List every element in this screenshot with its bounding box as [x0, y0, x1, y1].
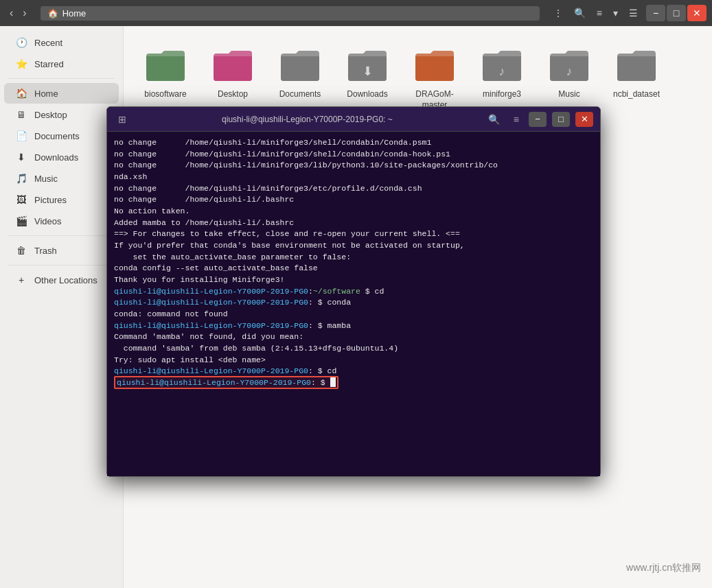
terminal-title: qiushi-li@qiushili-Legion-Y7000P-2019-PG…: [136, 115, 479, 124]
terminal-line: ==> For changes to take effect, close an…: [114, 228, 593, 240]
terminal-line: If you'd prefer that conda's base enviro…: [114, 240, 593, 252]
folder-icon: [413, 43, 457, 86]
sidebar-label-videos: Videos: [34, 216, 62, 226]
file-item[interactable]: ncbi_dataset: [606, 37, 667, 116]
terminal-line: nda.xsh: [114, 172, 593, 183]
file-item[interactable]: ⬇ Downloads: [336, 37, 398, 116]
file-item[interactable]: Desktop: [202, 37, 264, 116]
terminal-line: command 'samba' from deb samba (2:4.15.1…: [114, 343, 593, 355]
sidebar-label-recent: Recent: [34, 38, 62, 48]
terminal-line: no change /home/qiushi-li/miniforge3/lib…: [114, 160, 593, 172]
sidebar-item-pictures[interactable]: 🖼 Pictures: [4, 189, 119, 210]
terminal-maximize-button[interactable]: □: [552, 112, 570, 127]
terminal-new-tab-button[interactable]: ⊞: [114, 113, 130, 126]
file-name: miniforge3: [483, 89, 521, 100]
folder-icon: ♪: [480, 43, 524, 86]
sort-button[interactable]: ▾: [609, 6, 622, 20]
terminal-line: qiushi-li@qiushili-Legion-Y7000P-2019-PG…: [114, 286, 593, 298]
terminal-line: Thank you for installing Miniforge3!: [114, 274, 593, 286]
terminal-minimize-button[interactable]: −: [529, 112, 547, 127]
sidebar-label-pictures: Pictures: [34, 195, 67, 205]
folder-icon: [211, 43, 255, 86]
file-item[interactable]: biosoftware: [135, 37, 196, 116]
terminal-line: conda: command not found: [114, 309, 593, 320]
watermark: www.rjtj.cn软推网: [626, 562, 701, 574]
other-icon: +: [15, 274, 27, 285]
sidebar-item-desktop[interactable]: 🖥 Desktop: [4, 104, 119, 125]
sidebar-item-home[interactable]: 🏠 Home: [4, 83, 119, 104]
file-name: biosoftware: [144, 89, 186, 100]
terminal-line: Try: sudo apt install <deb name>: [114, 355, 593, 366]
file-name: ncbi_dataset: [613, 89, 660, 100]
minimize-button[interactable]: −: [646, 5, 665, 21]
back-button[interactable]: ‹: [5, 5, 17, 21]
sidebar-item-music[interactable]: 🎵 Music: [4, 168, 119, 189]
folder-icon: ♪: [547, 43, 591, 86]
sidebar-item-videos[interactable]: 🎬 Videos: [4, 211, 119, 231]
search-button[interactable]: 🔍: [570, 6, 590, 20]
sidebar-item-other[interactable]: + Other Locations: [4, 270, 119, 290]
file-item[interactable]: ♪ Music: [538, 37, 600, 116]
terminal-line: no change /home/qiushi-li/miniforge3/etc…: [114, 183, 593, 195]
svg-text:♪: ♪: [499, 64, 505, 78]
forward-button[interactable]: ›: [19, 5, 30, 21]
recent-icon: 🕐: [15, 37, 27, 48]
trash-icon: 🗑: [15, 245, 27, 256]
terminal-line: Added mamba to /home/qiushi-li/.bashrc: [114, 217, 593, 229]
sidebar-separator-3: [8, 265, 115, 266]
sidebar-label-music: Music: [34, 174, 58, 184]
sidebar-label-other: Other Locations: [34, 275, 97, 285]
terminal-line: qiushi-li@qiushili-Legion-Y7000P-2019-PG…: [114, 377, 593, 389]
documents-icon: 📄: [15, 130, 27, 141]
terminal-titlebar: ⊞ qiushi-li@qiushili-Legion-Y7000P-2019-…: [107, 107, 600, 132]
menu-button[interactable]: ☰: [625, 6, 642, 20]
terminal-search-button[interactable]: 🔍: [484, 113, 504, 126]
location-label: Home: [62, 8, 87, 19]
terminal-content[interactable]: no change /home/qiushi-li/miniforge3/she…: [107, 132, 600, 476]
terminal-line: set the auto_activate_base parameter to …: [114, 252, 593, 263]
sidebar-label-starred: Starred: [34, 59, 64, 69]
more-button[interactable]: ⋮: [549, 6, 567, 20]
sidebar-item-trash[interactable]: 🗑 Trash: [4, 240, 119, 261]
desktop-icon: 🖥: [15, 109, 27, 120]
terminal-line: no change /home/qiushi-li/.bashrc: [114, 194, 593, 206]
terminal-close-button[interactable]: ✕: [575, 112, 593, 127]
folder-icon: [143, 43, 187, 86]
folder-icon: [615, 43, 658, 86]
downloads-icon: ⬇: [15, 152, 27, 163]
sidebar-separator-1: [8, 78, 115, 79]
terminal-line: qiushi-li@qiushili-Legion-Y7000P-2019-PG…: [114, 320, 593, 332]
svg-text:⬇: ⬇: [363, 64, 373, 78]
sidebar-label-downloads: Downloads: [34, 152, 78, 163]
file-name: Documents: [279, 89, 321, 100]
sidebar-label-desktop: Desktop: [34, 110, 67, 120]
location-bar[interactable]: 🏠 Home: [41, 6, 540, 21]
maximize-button[interactable]: □: [667, 5, 686, 21]
file-name: Desktop: [218, 89, 248, 100]
terminal-line: no change /home/qiushi-li/miniforge3/she…: [114, 137, 593, 149]
toolbar-actions: ⋮ 🔍 ≡ ▾ ☰: [549, 6, 642, 20]
sidebar-label-documents: Documents: [34, 131, 80, 141]
terminal-line: No action taken.: [114, 206, 593, 217]
window-controls: − □ ✕: [646, 5, 707, 21]
file-name: Downloads: [347, 89, 387, 100]
starred-icon: ⭐: [15, 58, 27, 69]
sidebar-separator-2: [8, 235, 115, 236]
music-icon: 🎵: [15, 173, 27, 184]
file-item[interactable]: ♪ miniforge3: [471, 37, 533, 116]
folder-icon: ⬇: [345, 43, 389, 86]
home-nav-icon: 🏠: [15, 88, 27, 99]
folder-icon: [278, 43, 322, 86]
svg-text:♪: ♪: [566, 64, 573, 78]
sidebar-item-documents[interactable]: 📄 Documents: [4, 126, 119, 146]
sidebar-item-downloads[interactable]: ⬇ Downloads: [4, 147, 119, 167]
titlebar: ‹ › 🏠 Home ⋮ 🔍 ≡ ▾ ☰ − □ ✕: [0, 0, 712, 26]
view-button[interactable]: ≡: [593, 6, 606, 20]
sidebar-item-starred[interactable]: ⭐ Starred: [4, 54, 119, 74]
terminal-menu-button[interactable]: ≡: [509, 113, 523, 126]
sidebar-item-recent[interactable]: 🕐 Recent: [4, 32, 119, 53]
file-item[interactable]: Documents: [269, 37, 331, 116]
file-item[interactable]: DRAGoM-master: [404, 37, 466, 116]
close-button[interactable]: ✕: [687, 5, 707, 21]
terminal-line: conda config --set auto_activate_base fa…: [114, 263, 593, 274]
